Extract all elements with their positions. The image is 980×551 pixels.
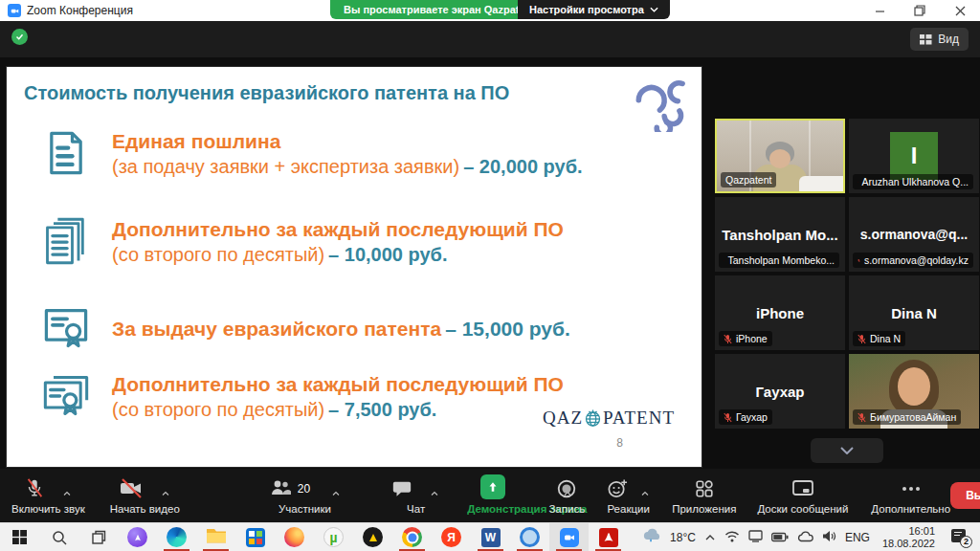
- reactions-button[interactable]: Реакции: [606, 476, 651, 515]
- unmute-button[interactable]: Включить звук: [11, 476, 85, 515]
- window-titlebar: Zoom Конференция Вы просматриваете экран…: [0, 0, 980, 21]
- search-button[interactable]: [39, 523, 78, 551]
- chrome-icon: [402, 527, 422, 547]
- yandex-browser-icon: Я: [441, 527, 461, 547]
- scroll-participants-down-button[interactable]: [811, 438, 883, 463]
- window-controls: [859, 0, 980, 21]
- participants-label: Участники: [278, 503, 331, 515]
- fee-desc: (со второго по десятый): [112, 399, 324, 420]
- start-button[interactable]: [0, 523, 39, 551]
- task-view-button[interactable]: [78, 523, 118, 551]
- tray-expand-chevron[interactable]: [704, 529, 716, 546]
- muted-mic-icon: [724, 412, 732, 423]
- shared-screen-slide: Стоимость получения евразийского патента…: [7, 67, 702, 467]
- speaker-icon[interactable]: [822, 529, 836, 546]
- globe-icon: [584, 408, 602, 428]
- view-settings-button[interactable]: Настройки просмотра: [518, 0, 670, 19]
- close-icon: [955, 6, 966, 16]
- kazakh-ornament-decoration: [631, 75, 692, 136]
- zoom-app-icon: [8, 4, 21, 17]
- participant-name: Dina N: [870, 333, 901, 344]
- logo-text-left: QAZ: [543, 408, 583, 429]
- sync-globe-icon: [520, 527, 540, 547]
- apps-button[interactable]: Приложения: [672, 476, 736, 515]
- participant-name: iPhone: [736, 333, 768, 344]
- taskbar-app-chrome[interactable]: [392, 523, 432, 551]
- chat-icon: [391, 478, 412, 499]
- taskbar-app-alice[interactable]: [118, 523, 157, 551]
- fee-item: Дополнительно за каждый последующий ПО (…: [41, 371, 564, 425]
- onedrive-cloud-icon[interactable]: [797, 529, 813, 546]
- participant-name: Гаухар: [736, 411, 768, 423]
- participant-name-label: Aruzhan Ulkhanova Q...: [853, 174, 973, 189]
- participant-name-label: Dina N: [853, 331, 905, 346]
- taskbar-app-updater[interactable]: [510, 523, 549, 551]
- wifi-icon[interactable]: [724, 529, 740, 546]
- taskbar-clock[interactable]: 16:01 18.08.2022: [882, 525, 935, 550]
- taskbar-app-yandex[interactable]: Я: [432, 523, 471, 551]
- language-indicator[interactable]: ENG: [845, 531, 870, 544]
- screen-share-banner-text: Вы просматриваете экран Qazpatent: [344, 4, 535, 15]
- start-video-label: Начать видео: [110, 503, 180, 515]
- participant-tile[interactable]: Tansholpan Mo... Tansholpan Mombeko...: [715, 197, 845, 272]
- fee-title: Дополнительно за каждый последующий ПО: [112, 371, 564, 397]
- participant-name: Qazpatent: [725, 174, 771, 186]
- taskbar-app-aimp[interactable]: [353, 523, 392, 551]
- view-settings-label: Настройки просмотра: [529, 4, 644, 15]
- temperature-readout[interactable]: 18°C: [670, 531, 696, 544]
- taskbar-app-store[interactable]: [235, 523, 275, 551]
- participant-tile[interactable]: Dina N Dina N: [849, 276, 979, 350]
- search-icon: [52, 530, 67, 545]
- muted-mic-icon: [724, 334, 732, 344]
- battery-icon[interactable]: [771, 529, 789, 546]
- participant-tile[interactable]: I Aruzhan Ulkhanova Q...: [849, 119, 979, 193]
- connect-display-icon[interactable]: [748, 529, 763, 546]
- edge-icon: [167, 527, 187, 547]
- participants-button[interactable]: 20 Участники: [268, 476, 342, 515]
- action-center-button[interactable]: 2: [951, 529, 970, 546]
- taskbar-app-firefox[interactable]: [275, 523, 314, 551]
- security-shield-icon[interactable]: [11, 29, 28, 45]
- participant-tile-photo[interactable]: БимуратоваАйман: [849, 354, 979, 429]
- taskbar-app-utorrent[interactable]: µ: [314, 523, 353, 551]
- record-button[interactable]: Запись: [548, 476, 585, 515]
- chat-label: Чат: [407, 503, 425, 515]
- chevron-up-icon[interactable]: [330, 488, 342, 499]
- clock-date: 18.08.2022: [882, 538, 935, 550]
- chat-button[interactable]: Чат: [391, 476, 440, 515]
- zoom-app-window: Zoom Конференция Вы просматриваете экран…: [0, 0, 980, 551]
- weather-icon[interactable]: [642, 528, 661, 547]
- leave-meeting-button[interactable]: Выйти: [950, 482, 980, 509]
- restore-button[interactable]: [900, 0, 940, 21]
- whiteboards-label: Доски сообщений: [757, 503, 848, 515]
- participant-tile[interactable]: Гаухар Гаухар: [715, 354, 845, 429]
- desk-shape: [799, 176, 845, 191]
- chevron-up-icon[interactable]: [61, 488, 73, 499]
- close-button[interactable]: [940, 0, 980, 21]
- clock-time: 16:01: [882, 525, 935, 538]
- taskbar-app-word[interactable]: W: [471, 523, 510, 551]
- whiteboard-icon: [791, 478, 814, 499]
- view-menu-button[interactable]: Вид: [910, 28, 969, 51]
- whiteboards-button[interactable]: Доски сообщений: [757, 476, 848, 515]
- participant-tile[interactable]: iPhone iPhone: [715, 276, 845, 350]
- fee-title: Дополнительно за каждый последующий ПО: [112, 216, 564, 242]
- chevron-up-icon[interactable]: [160, 488, 171, 499]
- apps-icon: [694, 478, 715, 499]
- minimize-button[interactable]: [859, 0, 900, 21]
- start-video-button[interactable]: Начать видео: [110, 476, 180, 515]
- chevron-up-icon[interactable]: [639, 488, 651, 499]
- participant-name-label: БимуратоваАйман: [853, 409, 961, 425]
- taskbar-app-edge[interactable]: [157, 523, 196, 551]
- fee-desc: (со второго по десятый): [112, 244, 324, 265]
- taskbar-app-acrobat[interactable]: [589, 523, 628, 551]
- taskbar-app-zoom[interactable]: [549, 523, 589, 551]
- participant-tile-video[interactable]: Qazpatent: [715, 119, 845, 193]
- participant-name: БимуратоваАйман: [870, 411, 956, 423]
- participant-tile[interactable]: s.ormanova@q... s.ormanova@qolday.kz: [849, 197, 979, 272]
- certificate-icon: [41, 302, 91, 356]
- camera-glyph: [11, 7, 19, 15]
- more-button[interactable]: Дополнительно: [871, 476, 950, 515]
- taskbar-app-explorer[interactable]: [196, 523, 235, 551]
- chevron-up-icon[interactable]: [429, 488, 440, 499]
